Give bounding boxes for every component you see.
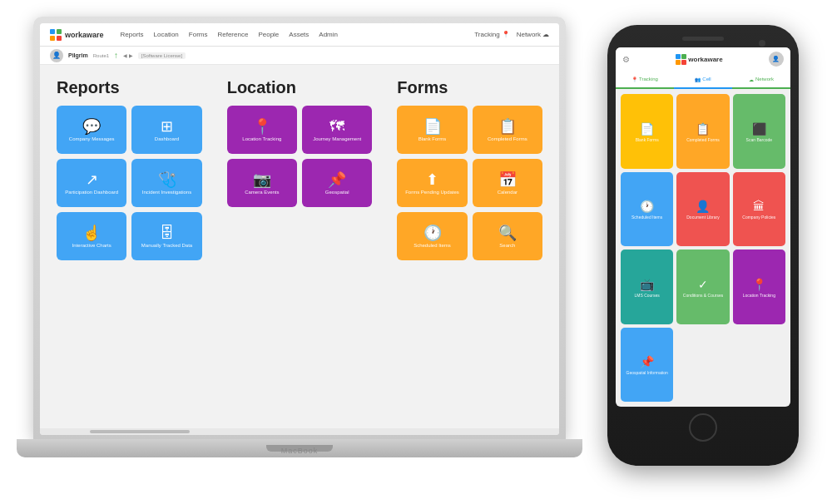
- tile-label-completed-forms: Completed Forms: [488, 136, 527, 142]
- tile-camera-events[interactable]: 📷 Camera Events: [227, 159, 297, 207]
- nav-assets[interactable]: Assets: [289, 31, 309, 38]
- phone-tile-completed-forms[interactable]: 📋 Completed Forms: [676, 94, 729, 169]
- tile-company-messages[interactable]: 💬 Company Messages: [57, 106, 126, 154]
- tile-label-incident: Incident Investigations: [142, 190, 191, 195]
- camera-icon: 📷: [253, 172, 271, 187]
- geospatial-icon: 📌: [328, 172, 346, 187]
- tab-network[interactable]: ☁ Network: [732, 71, 790, 89]
- search-icon: 🔍: [498, 225, 517, 240]
- phone-tile-document-library[interactable]: 👤 Document Library: [676, 172, 729, 247]
- laptop-device: workaware Reports Location Forms Referen…: [17, 17, 582, 457]
- tile-completed-forms[interactable]: 📋 Completed Forms: [473, 106, 542, 154]
- phone-scheduled-icon: 🕐: [640, 200, 654, 213]
- phone-camera: [759, 40, 765, 47]
- tile-label-location-tracking: Location Tracking: [242, 136, 281, 142]
- laptop-screen-outer: workaware Reports Location Forms Referen…: [33, 17, 566, 439]
- logo-sq-red: [57, 36, 62, 41]
- tile-label-company-messages: Company Messages: [69, 136, 115, 142]
- phone-tile-label-policies: Company Policies: [742, 215, 775, 220]
- phone-tile-company-policies[interactable]: 🏛 Company Policies: [733, 172, 785, 247]
- logo-sq-blue: [50, 29, 55, 34]
- phone-speaker: [682, 37, 724, 41]
- nav-tracking[interactable]: Tracking 📍: [474, 31, 509, 38]
- tracking-icon: 📍: [502, 31, 510, 38]
- gear-icon[interactable]: ⚙: [622, 55, 630, 64]
- network-label: Network: [517, 31, 541, 38]
- user-name: Pilgrim: [68, 52, 88, 58]
- tile-interactive-charts[interactable]: ☝ Interactive Charts: [57, 212, 126, 260]
- tile-search[interactable]: 🔍 Search: [473, 212, 542, 260]
- phone-geospatial-icon: 📌: [640, 355, 654, 368]
- tile-location-tracking[interactable]: 📍 Location Tracking: [227, 106, 297, 154]
- tile-label-blank-forms: Blank Forms: [418, 136, 447, 142]
- scene: workaware Reports Location Forms Referen…: [0, 0, 832, 504]
- laptop-subbar: 👤 Pilgrim Route1 ↑ ◀ ▶ [Software License…: [40, 47, 559, 65]
- tile-forms-pending[interactable]: ⬆ Forms Pending Updates: [397, 159, 467, 207]
- phone-conditions-icon: ✓: [698, 278, 708, 291]
- phone-topbar: ⚙ workaware 👤: [616, 47, 790, 71]
- scrollbar-thumb: [90, 430, 190, 433]
- tile-manually-tracked[interactable]: 🗄 Manually Tracked Data: [131, 212, 201, 260]
- reports-tile-grid: 💬 Company Messages ⊞ Dashboard ↗ Partici…: [57, 106, 202, 260]
- phone-logo: workaware: [676, 54, 722, 64]
- tile-label-journey: Journey Management: [313, 136, 361, 142]
- tile-label-manually: Manually Tracked Data: [141, 243, 192, 249]
- phone-tile-location-tracking[interactable]: 📍 Location Tracking: [733, 250, 785, 324]
- phone-tile-label-geospatial: Geospatial Information: [626, 370, 668, 375]
- phone-tile-label-lms: LMS Courses: [635, 293, 660, 298]
- phone-tile-scan-barcode[interactable]: ⬛ Scan Barcode: [733, 94, 785, 169]
- macbook-label: MacBook: [281, 447, 319, 455]
- nav-dots: ◀ ▶: [123, 52, 133, 58]
- tile-incident[interactable]: 🩺 Incident Investigations: [131, 159, 201, 207]
- tracking-tab-icon: 📍: [631, 77, 637, 82]
- nav-reference[interactable]: Reference: [217, 31, 248, 38]
- network-tab-icon: ☁: [749, 77, 754, 82]
- phone-tile-label-scheduled: Scheduled Items: [631, 215, 662, 220]
- tile-label-scheduled: Scheduled Items: [414, 243, 451, 249]
- phone-home-button[interactable]: [689, 413, 717, 442]
- tile-geospatial[interactable]: 📌 Geospatial: [302, 159, 372, 207]
- tab-tracking[interactable]: 📍 Tracking: [616, 71, 674, 89]
- journey-icon: 🗺: [329, 119, 344, 134]
- phone-tile-lms-courses[interactable]: 📺 LMS Courses: [621, 250, 673, 324]
- logo-sq-orange: [50, 36, 55, 41]
- logo-text: workaware: [65, 31, 104, 39]
- license-label: [Software License]: [138, 52, 186, 59]
- tile-label-camera: Camera Events: [245, 190, 279, 195]
- tile-dashboard[interactable]: ⊞ Dashboard: [131, 106, 201, 154]
- cell-tab-label: Cell: [702, 77, 711, 82]
- phone-tile-label-blank-forms: Blank Forms: [636, 137, 659, 142]
- laptop-scrollbar[interactable]: [40, 428, 559, 435]
- cell-tab-icon: 👥: [695, 77, 701, 82]
- laptop-nav-items: Reports Location Forms Reference People …: [121, 31, 475, 38]
- phone-tiles-grid: 📄 Blank Forms 📋 Completed Forms ⬛ Scan B…: [616, 89, 790, 407]
- tile-journey-management[interactable]: 🗺 Journey Management: [302, 106, 372, 154]
- phone-tile-conditions[interactable]: ✓ Conditions & Courses: [676, 250, 729, 324]
- location-section: Location 📍 Location Tracking 🗺 Journey M…: [227, 78, 373, 415]
- phone-tabs: 📍 Tracking 👥 Cell ☁ Network: [616, 71, 790, 89]
- phone-user-avatar[interactable]: 👤: [769, 52, 784, 67]
- pending-icon: ⬆: [426, 172, 438, 187]
- tile-calendar[interactable]: 📅 Calendar: [473, 159, 542, 207]
- nav-forms[interactable]: Forms: [189, 31, 208, 38]
- nav-network[interactable]: Network ☁: [517, 31, 549, 38]
- nav-people[interactable]: People: [258, 31, 279, 38]
- phone-tile-label-completed-forms: Completed Forms: [686, 137, 720, 142]
- tab-cell[interactable]: 👥 Cell: [674, 71, 732, 89]
- phone-tile-blank-forms[interactable]: 📄 Blank Forms: [621, 94, 673, 169]
- participation-icon: ↗: [86, 172, 98, 187]
- nav-reports[interactable]: Reports: [121, 31, 144, 38]
- calendar-icon: 📅: [498, 172, 517, 187]
- phone-screen: ⚙ workaware 👤 📍: [616, 47, 790, 407]
- tile-blank-forms[interactable]: 📄 Blank Forms: [397, 106, 467, 154]
- phone-logo-sq-green: [681, 54, 686, 59]
- phone-tile-geospatial[interactable]: 📌 Geospatial Information: [621, 328, 673, 403]
- laptop-content: Reports 💬 Company Messages ⊞ Dashboard: [40, 65, 559, 428]
- phone-completed-forms-icon: 📋: [696, 122, 710, 136]
- tile-participation[interactable]: ↗ Participation Dashboard: [57, 159, 126, 207]
- nav-admin[interactable]: Admin: [319, 31, 338, 38]
- laptop-nav: workaware Reports Location Forms Referen…: [40, 23, 559, 47]
- tile-scheduled[interactable]: 🕐 Scheduled Items: [397, 212, 467, 260]
- phone-tile-scheduled[interactable]: 🕐 Scheduled Items: [621, 172, 673, 247]
- nav-location[interactable]: Location: [154, 31, 179, 38]
